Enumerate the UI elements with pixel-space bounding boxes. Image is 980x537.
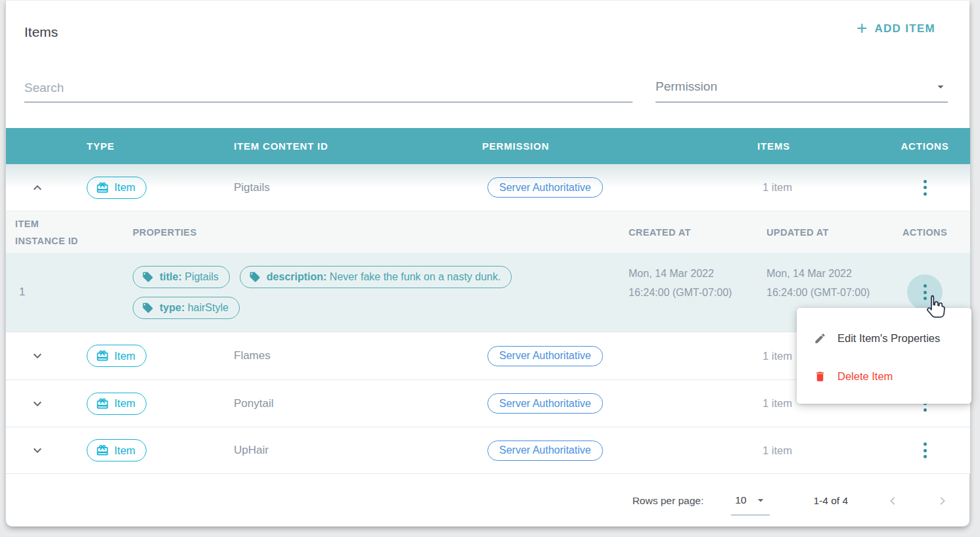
pagination-range: 1-4 of 4 <box>813 495 848 507</box>
expand-row-button[interactable] <box>30 442 45 458</box>
item-type-badge: Item <box>87 345 146 367</box>
caret-down-icon <box>754 494 767 507</box>
permission-filter-select[interactable]: Permission <box>656 74 948 102</box>
gift-icon <box>96 349 109 362</box>
item-content-id: Pigtails <box>234 181 482 194</box>
expand-row-button[interactable] <box>30 396 45 412</box>
permission-badge: Server Authoritative <box>487 393 603 414</box>
tag-icon <box>142 302 154 314</box>
header-item-instance-id: ITEM INSTANCE ID <box>6 215 91 249</box>
rows-per-page-label: Rows per page: <box>633 495 704 507</box>
collapse-row-button[interactable] <box>30 180 45 196</box>
instance-actions-button[interactable] <box>907 274 943 310</box>
plus-icon: + <box>857 22 867 35</box>
type-badge-label: Item <box>114 181 135 194</box>
add-item-button[interactable]: + ADD ITEM <box>857 22 935 35</box>
chevron-up-icon <box>30 180 45 196</box>
chevron-down-icon <box>30 348 45 364</box>
tag-icon <box>249 271 261 283</box>
items-panel: Items + ADD ITEM Permission TYPE ITEM CO… <box>5 0 969 526</box>
header-items: ITEMS <box>757 140 897 152</box>
permission-filter-label: Permission <box>656 79 717 102</box>
menu-item-edit-properties[interactable]: Edit Item's Properties <box>797 324 971 353</box>
gift-icon <box>96 444 109 457</box>
chevron-right-icon <box>935 493 950 509</box>
table-header-row: TYPE ITEM CONTENT ID PERMISSION ITEMS AC… <box>6 128 970 164</box>
row-actions-button[interactable] <box>907 170 943 205</box>
header-instance-actions: ACTIONS <box>897 224 952 241</box>
property-chip-description: description: Never fake the funk on a na… <box>240 266 512 288</box>
add-item-label: ADD ITEM <box>874 22 935 35</box>
instance-table-header: ITEM INSTANCE ID PROPERTIES CREATED AT U… <box>6 211 970 253</box>
expand-row-button[interactable] <box>30 348 45 364</box>
rows-per-page-value: 10 <box>735 494 746 506</box>
permission-badge: Server Authoritative <box>487 177 603 198</box>
header-actions: ACTIONS <box>897 140 952 152</box>
permission-badge: Server Authoritative <box>487 346 603 366</box>
item-type-badge: Item <box>87 177 146 199</box>
property-chip-title: title: Pigtails <box>133 266 230 288</box>
search-input[interactable] <box>24 74 633 102</box>
header-created-at: CREATED AT <box>623 224 761 241</box>
gift-icon <box>96 397 109 410</box>
item-type-badge: Item <box>87 439 146 462</box>
rows-per-page-select[interactable]: 10 <box>731 494 770 508</box>
item-content-id: Ponytail <box>234 397 482 410</box>
item-type-badge: Item <box>87 393 146 415</box>
items-count: 1 item <box>757 444 897 457</box>
item-content-id: Flames <box>234 349 482 362</box>
caret-down-icon <box>933 79 948 94</box>
permission-badge: Server Authoritative <box>487 440 603 461</box>
next-page-button[interactable] <box>935 493 950 509</box>
chevron-down-icon <box>30 442 45 458</box>
property-chip-type: type: hairStyle <box>133 297 240 319</box>
row-actions-menu: Edit Item's Properties Delete Item <box>797 308 971 404</box>
header-permission: PERMISSION <box>482 140 757 152</box>
chevron-left-icon <box>885 493 901 509</box>
page-title: Items <box>24 24 58 40</box>
header-updated-at: UPDATED AT <box>761 224 897 241</box>
type-badge-label: Item <box>114 350 135 362</box>
type-badge-label: Item <box>114 397 135 410</box>
kebab-icon <box>924 180 927 196</box>
trash-icon <box>814 370 826 383</box>
gift-icon <box>96 181 109 194</box>
type-badge-label: Item <box>114 444 135 457</box>
table-row: Item Pigtails Server Authoritative 1 ite… <box>6 164 970 211</box>
tag-icon <box>142 271 154 283</box>
header-properties: PROPERTIES <box>133 224 623 241</box>
previous-page-button[interactable] <box>885 493 901 509</box>
item-instance-id: 1 <box>6 253 133 332</box>
header-type: TYPE <box>87 140 234 152</box>
pencil-icon <box>814 332 826 345</box>
menu-item-delete-item[interactable]: Delete Item <box>797 362 971 391</box>
pagination-bar: Rows per page: 10 1-4 of 4 <box>6 474 970 527</box>
created-at-value: Mon, 14 Mar 2022 16:24:00 (GMT-07:00) <box>623 253 761 332</box>
properties-chips: title: Pigtails description: Never fake … <box>133 259 592 326</box>
items-count: 1 item <box>757 181 897 194</box>
row-actions-button[interactable] <box>907 433 943 468</box>
kebab-icon <box>924 442 927 458</box>
kebab-icon <box>924 284 927 300</box>
header-item-content-id: ITEM CONTENT ID <box>234 140 482 152</box>
chevron-down-icon <box>30 396 45 412</box>
table-row: Item UpHair Server Authoritative 1 item <box>6 427 970 474</box>
item-content-id: UpHair <box>234 444 482 457</box>
